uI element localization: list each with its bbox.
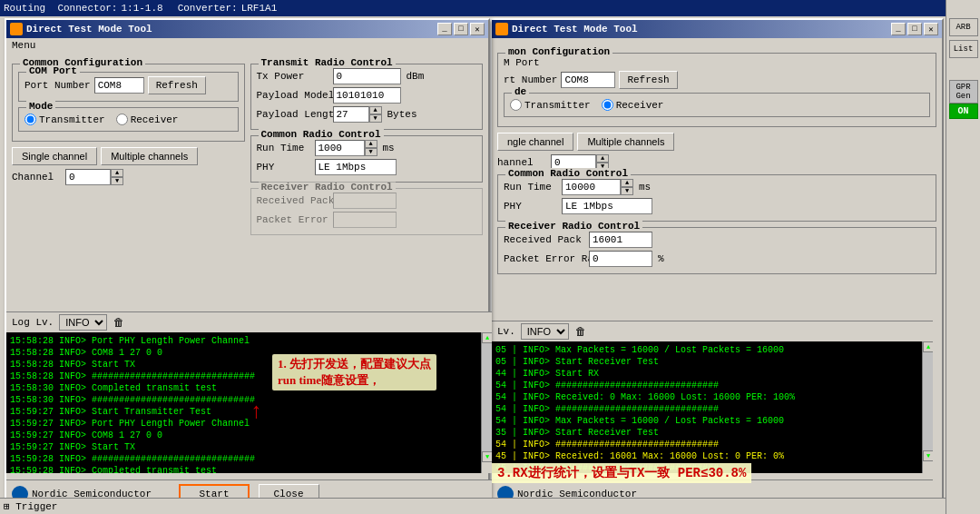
payload-length-row: Payload Lengt ▲ ▼ Bytes [257, 106, 477, 123]
second-scroll-down[interactable]: ▼ [923, 450, 933, 461]
main-two-col: Common Configuration COM Port Port Numbe… [12, 56, 483, 241]
second-receiver-radio-title: Receiver Radio Control [505, 221, 642, 232]
restore-btn[interactable]: □ [454, 23, 468, 35]
arb-btn[interactable]: ARB [949, 18, 978, 36]
second-single-channel-btn[interactable]: ngle channel [497, 133, 573, 151]
mode-group: Mode Transmitter Receiver [18, 107, 239, 132]
payload-length-input[interactable] [333, 106, 369, 123]
second-receiver-radio[interactable]: Receiver [602, 99, 664, 111]
main-close-x-btn[interactable]: ✕ [470, 23, 485, 35]
second-log-scrollbar[interactable]: ▲ ▼ [922, 341, 933, 473]
run-time-arrows[interactable]: ▲ ▼ [365, 140, 377, 156]
received-pack-input [333, 193, 397, 209]
scroll-up-btn[interactable]: ▲ [482, 332, 492, 343]
run-time-up[interactable]: ▲ [365, 140, 377, 148]
log-line-8: 15:59:27 INFO> Port PHY Length Power Cha… [10, 418, 488, 430]
scroll-track [482, 343, 492, 451]
port-number-input[interactable] [94, 77, 144, 94]
second-phy-row: PHY [504, 198, 930, 214]
second-run-time-down[interactable]: ▼ [621, 187, 633, 195]
receiver-radio-input[interactable] [116, 114, 128, 125]
second-receiver-radio-group: Receiver Radio Control Received Pack Pac… [497, 227, 936, 274]
log-header: Log Lv. INFO 🗑 [6, 311, 492, 332]
packet-error-label: Packet Error Rate [257, 214, 329, 225]
port-number-row: Port Number Refresh [24, 76, 232, 94]
log-scrollbar[interactable]: ▲ ▼ [481, 332, 492, 473]
second-common-radio-group: Common Radio Control Run Time ▲ ▼ ms PHY [497, 174, 936, 222]
receiver-radio[interactable]: Receiver [116, 114, 179, 125]
refresh-button[interactable]: Refresh [148, 76, 206, 94]
second-receiver-radio-input[interactable] [602, 99, 613, 111]
phy-input[interactable] [315, 159, 397, 175]
second-log-line-5: 54 | INFO> Received: 0 Max: 16000 Lost: … [495, 391, 929, 403]
port-number-label: Port Number [24, 80, 91, 91]
payload-length-up[interactable]: ▲ [369, 106, 382, 114]
payload-model-input[interactable] [333, 87, 401, 104]
second-titlebar-buttons[interactable]: _ □ ✕ [891, 23, 938, 35]
common-config-group: Common Configuration COM Port Port Numbe… [12, 64, 245, 142]
channel-spinbox[interactable]: ▲ ▼ [65, 169, 123, 185]
second-phy-label: PHY [504, 201, 558, 212]
second-phy-input[interactable] [562, 198, 652, 214]
trash-icon[interactable]: 🗑 [113, 316, 125, 329]
second-received-pack-input[interactable] [589, 232, 652, 248]
second-transmitter-radio-input[interactable] [510, 99, 522, 111]
second-run-time-arrows[interactable]: ▲ ▼ [621, 179, 633, 195]
payload-length-arrows[interactable]: ▲ ▼ [369, 106, 382, 123]
second-common-radio-title: Common Radio Control [505, 168, 631, 179]
trigger-text[interactable]: ⊞ Trigger [4, 500, 57, 512]
second-multiple-channels-btn[interactable]: Multiple channels [577, 133, 674, 151]
second-run-time-up[interactable]: ▲ [621, 179, 633, 187]
transmitter-radio-input[interactable] [24, 114, 36, 125]
tx-power-input[interactable] [333, 68, 401, 84]
run-time-spinbox[interactable]: ▲ ▼ [315, 140, 377, 156]
second-received-pack-label: Received Pack [504, 234, 585, 245]
on-btn[interactable]: ON [949, 104, 978, 119]
packet-error-row: Packet Error Rate [257, 212, 477, 228]
second-log-line-4: 54 | INFO> #############################… [495, 380, 929, 391]
log-level-select[interactable]: INFO [59, 314, 107, 331]
scroll-down-btn[interactable]: ▼ [482, 451, 492, 462]
payload-model-label: Payload Model [257, 90, 329, 101]
gprs-btn[interactable]: GPRGen [949, 80, 978, 104]
second-trash-icon[interactable]: 🗑 [574, 325, 587, 338]
channel-arrows[interactable]: ▲ ▼ [111, 169, 123, 185]
second-mode-radio-group: Transmitter Receiver [510, 97, 924, 113]
second-run-time-spinbox[interactable]: ▲ ▼ [562, 179, 633, 195]
transmitter-radio[interactable]: Transmitter [24, 114, 105, 125]
second-run-time-input[interactable] [562, 179, 621, 195]
second-channel-up[interactable]: ▲ [596, 154, 609, 163]
single-channel-btn[interactable]: Single channel [12, 147, 97, 165]
second-common-config-group: mon Configuration M Port rt Number Refre… [497, 53, 936, 127]
main-titlebar-buttons[interactable]: _ □ ✕ [437, 23, 485, 35]
payload-length-spinbox[interactable]: ▲ ▼ [333, 106, 382, 123]
channel-row: Channel ▲ ▼ [12, 169, 245, 185]
second-common-config-title: mon Configuration [505, 46, 612, 57]
second-scroll-up[interactable]: ▲ [923, 341, 933, 352]
second-transmitter-label: Transmitter [524, 100, 591, 111]
log-area: Log Lv. INFO 🗑 15:58:28 INFO> Port PHY L… [6, 311, 492, 479]
payload-length-down[interactable]: ▼ [369, 114, 382, 123]
common-radio-title: Common Radio Control [259, 129, 384, 140]
run-time-input[interactable] [315, 140, 365, 156]
second-port-number-input[interactable] [561, 72, 615, 88]
list-btn[interactable]: List [949, 40, 978, 58]
second-refresh-button[interactable]: Refresh [619, 71, 677, 89]
multiple-channels-btn[interactable]: Multiple channels [101, 147, 198, 165]
second-log-line-9: 54 | INFO> #############################… [495, 439, 929, 450]
channel-up[interactable]: ▲ [111, 169, 123, 177]
run-time-down[interactable]: ▼ [365, 148, 377, 156]
second-received-pack-row: Received Pack [504, 232, 930, 248]
second-packet-error-input[interactable] [589, 251, 652, 267]
minimize-btn[interactable]: _ [437, 23, 452, 35]
second-minimize-btn[interactable]: _ [891, 23, 906, 35]
second-restore-btn[interactable]: □ [907, 23, 922, 35]
channel-down[interactable]: ▼ [111, 177, 123, 185]
menu-label[interactable]: Menu [12, 40, 35, 51]
second-mode-title: de [512, 86, 529, 97]
second-transmitter-radio[interactable]: Transmitter [510, 99, 591, 111]
second-close-btn[interactable]: ✕ [924, 23, 938, 35]
channel-input[interactable] [65, 169, 111, 185]
second-receiver-label: Receiver [616, 100, 664, 111]
second-log-level-select[interactable]: INFO [521, 323, 569, 340]
